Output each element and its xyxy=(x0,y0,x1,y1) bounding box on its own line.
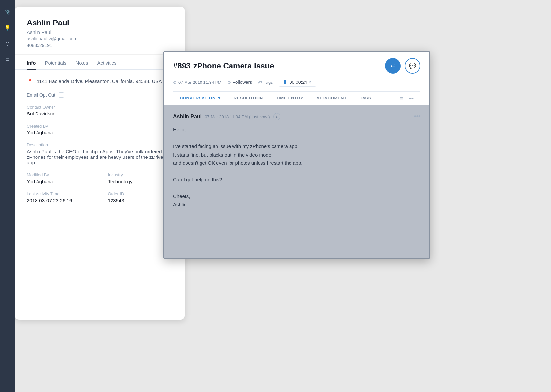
more-dots-icon[interactable]: ••• xyxy=(408,96,414,101)
message-author-row: Ashlin Paul 07 Mar 2018 11:34 PM ( just … xyxy=(173,113,280,120)
tab-potentials[interactable]: Potentials xyxy=(45,55,67,69)
ticket-title-row: #893 zPhone Camera Issue ↩ 💬 xyxy=(173,58,420,74)
message-line-3: and doesn't get OK even for photos unles… xyxy=(173,159,420,167)
last-activity-value: 2018-03-07 23:26:16 xyxy=(27,198,92,203)
history-icon[interactable]: ⏱ xyxy=(3,39,12,49)
ticket-body: Ashlin Paul 07 Mar 2018 11:34 PM ( just … xyxy=(164,105,429,259)
extras-icon[interactable]: ☰ xyxy=(3,55,12,65)
ticket-actions: ↩ 💬 xyxy=(385,58,420,74)
contact-card: Ashlin Paul Ashlin Paul ashlinpaul.w@gma… xyxy=(15,7,185,320)
ticket-date: 07 Mar 2018 11:34 PM xyxy=(178,80,221,85)
contact-body: 📍 4141 Hacienda Drive, Pleasanton, Calif… xyxy=(15,70,185,218)
contact-tabs: Info Potentials Notes Activities xyxy=(15,55,185,70)
modified-industry-row: Modified By Yod Agbaria Industry Technol… xyxy=(27,173,173,184)
email-opt-out-row: Email Opt Out xyxy=(27,92,173,98)
tab-resolution[interactable]: RESOLUTION xyxy=(227,92,269,105)
industry-col: Industry Technology xyxy=(100,173,173,184)
reply-button[interactable]: ↩ xyxy=(385,58,401,74)
play-icon[interactable]: ▶ xyxy=(273,113,280,120)
sidebar: 📎 💡 ⏱ ☰ xyxy=(0,0,15,392)
tab-info[interactable]: Info xyxy=(27,55,36,69)
description-label: Description xyxy=(27,143,173,147)
refresh-icon: ↻ xyxy=(309,80,313,85)
pause-icon: ⏸ xyxy=(282,79,288,85)
timer-value: 00:00:24 xyxy=(290,80,307,85)
order-id-col: Order ID 123543 xyxy=(100,191,173,203)
message-options[interactable]: ••• xyxy=(414,113,420,120)
created-by-value: Yod Agbaria xyxy=(27,130,173,135)
created-by-label: Created By xyxy=(27,124,173,128)
chat-button[interactable]: 💬 xyxy=(405,58,420,74)
tab-time-entry[interactable]: TIME ENTRY xyxy=(270,92,310,105)
message-author: Ashlin Paul xyxy=(173,114,201,120)
description-value: Ashlin Paul is the CEO of Linchpin Apps.… xyxy=(27,149,173,165)
tag-icon: 🏷 xyxy=(258,80,262,85)
contact-owner-group: Contact Owner Sol Davidson xyxy=(27,105,173,116)
location-icon: 📍 xyxy=(27,78,33,84)
tab-conversation[interactable]: CONVERSATION ▾ xyxy=(173,92,227,105)
ticket-date-meta: ⊙ 07 Mar 2018 11:34 PM xyxy=(173,80,221,85)
message-body: Hello, I've started facing an issue with… xyxy=(173,126,420,209)
message-line-2: It starts fine, but blacks out in the vi… xyxy=(173,151,420,159)
modified-by-col: Modified By Yod Agbaria xyxy=(27,173,100,184)
contact-phone: 4083529191 xyxy=(27,43,173,48)
ticket-header: #893 zPhone Camera Issue ↩ 💬 ⊙ 07 Mar 20… xyxy=(164,52,429,105)
contact-header: Ashlin Paul Ashlin Paul ashlinpaul.w@gma… xyxy=(15,7,185,55)
tab-attachment[interactable]: ATTACHMENT xyxy=(310,92,353,105)
tab-activities[interactable]: Activities xyxy=(97,55,117,69)
lightbulb-icon[interactable]: 💡 xyxy=(3,23,12,33)
ticket-panel: #893 zPhone Camera Issue ↩ 💬 ⊙ 07 Mar 20… xyxy=(163,51,430,259)
paperclip-icon[interactable]: 📎 xyxy=(3,7,12,16)
ticket-id: #893 xyxy=(173,61,190,70)
ticket-title: #893 zPhone Camera Issue xyxy=(173,61,274,70)
address-row: 📍 4141 Hacienda Drive, Pleasanton, Calif… xyxy=(27,78,173,85)
followers-meta[interactable]: ⊙ Followers xyxy=(227,80,252,85)
ticket-meta: ⊙ 07 Mar 2018 11:34 PM ⊙ Followers 🏷 Tag… xyxy=(173,78,420,87)
modified-by-label: Modified By xyxy=(27,173,92,177)
contact-owner-value: Sol Davidson xyxy=(27,111,173,116)
ticket-tabs: CONVERSATION ▾ RESOLUTION TIME ENTRY ATT… xyxy=(173,91,420,105)
ticket-title-text: zPhone Camera Issue xyxy=(193,61,274,70)
tags-label: Tags xyxy=(264,80,273,85)
tab-task[interactable]: TASK xyxy=(353,92,378,105)
modified-by-value: Yod Agbaria xyxy=(27,179,92,184)
ticket-tab-more: ≡ ••• xyxy=(394,92,420,105)
message-line-8: Ashlin xyxy=(173,201,420,209)
address-text: 4141 Hacienda Drive, Pleasanton, Califor… xyxy=(37,78,162,85)
tags-meta[interactable]: 🏷 Tags xyxy=(258,80,273,85)
list-icon[interactable]: ≡ xyxy=(400,96,403,101)
last-activity-col: Last Activity Time 2018-03-07 23:26:16 xyxy=(27,191,100,203)
contact-owner-label: Contact Owner xyxy=(27,105,173,110)
last-activity-label: Last Activity Time xyxy=(27,191,92,196)
contact-name-main: Ashlin Paul xyxy=(27,18,173,27)
followers-label: Followers xyxy=(232,80,252,85)
email-opt-out-label: Email Opt Out xyxy=(27,92,55,98)
message-line-5: Can I get help on this? xyxy=(173,175,420,184)
followers-icon: ⊙ xyxy=(227,80,231,85)
contact-email: ashlinpaul.w@gmail.com xyxy=(27,36,173,41)
activity-order-row: Last Activity Time 2018-03-07 23:26:16 O… xyxy=(27,191,173,203)
tab-notes[interactable]: Notes xyxy=(75,55,88,69)
message-line-7: Cheers, xyxy=(173,192,420,201)
message-row: Ashlin Paul 07 Mar 2018 11:34 PM ( just … xyxy=(173,113,420,120)
timer-badge[interactable]: ⏸ 00:00:24 ↻ xyxy=(279,78,317,87)
email-opt-out-checkbox[interactable] xyxy=(59,92,64,98)
message-line-1: I've started facing an issue with my zPh… xyxy=(173,142,420,151)
message-line-greeting: Hello, xyxy=(173,126,420,134)
contact-name-sub: Ashlin Paul xyxy=(27,29,173,35)
message-time: 07 Mar 2018 11:34 PM ( just now ) xyxy=(205,114,270,119)
description-group: Description Ashlin Paul is the CEO of Li… xyxy=(27,143,173,165)
clock-icon: ⊙ xyxy=(173,80,177,85)
created-by-group: Created By Yod Agbaria xyxy=(27,124,173,135)
